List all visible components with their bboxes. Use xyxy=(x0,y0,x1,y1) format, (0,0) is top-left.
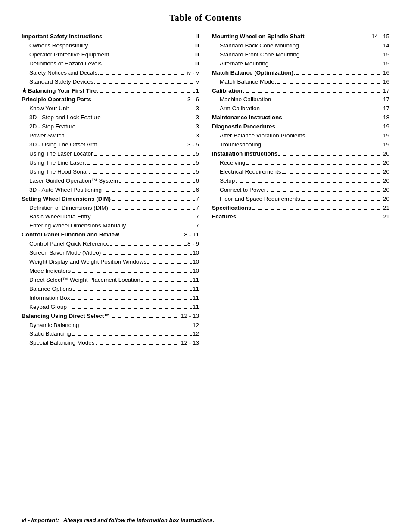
toc-entry-page: 17 xyxy=(383,104,389,113)
toc-entry-title: Definition of Dimensions (DIM) xyxy=(22,204,108,213)
toc-entry-page: 6 xyxy=(196,177,199,186)
toc-entry: Arm Calibration 17 xyxy=(212,104,389,113)
toc-entry-title: 3D - Stop and Lock Feature xyxy=(22,113,101,122)
toc-entry: Using The Hood Sonar 5 xyxy=(22,168,199,177)
toc-dots xyxy=(70,110,195,110)
toc-entry-title: Using The Laser Locator xyxy=(22,149,93,159)
toc-right-column: Mounting Wheel on Spindle Shaft 14 - 15S… xyxy=(212,32,389,221)
toc-entry: 2D - Stop Feature 3 xyxy=(22,122,199,131)
toc-dots xyxy=(73,290,192,291)
toc-entry: Laser Guided Operation™ System 6 xyxy=(22,177,199,186)
toc-entry-title: Setting Wheel Dimensions (DIM) xyxy=(22,195,111,204)
toc-entry-title: Balancing Your First Tire xyxy=(22,87,97,96)
toc-entry-title: Alternate Mounting xyxy=(212,59,268,68)
toc-entry-page: 16 xyxy=(383,68,389,78)
toc-entry: Balancing Using Direct Select™ 12 - 13 xyxy=(22,312,199,321)
toc-entry-page: 1 xyxy=(196,87,199,96)
toc-dots xyxy=(300,56,382,56)
toc-entry-page: 18 xyxy=(383,113,389,122)
toc-entry-title: Static Balancing xyxy=(22,330,71,339)
toc-entry-page: iii xyxy=(195,50,199,59)
toc-entry-page: 6 xyxy=(196,186,199,195)
toc-entry: Machine Calibration 17 xyxy=(212,95,389,104)
toc-entry-page: 20 xyxy=(383,177,389,186)
toc-entry-title: Electrical Requirements xyxy=(212,168,281,177)
footer: vi • Important: Always read and follow t… xyxy=(0,513,411,523)
toc-dots xyxy=(252,209,382,210)
toc-entry-page: 3 xyxy=(196,113,199,122)
toc-entry: Setting Wheel Dimensions (DIM) 7 xyxy=(22,195,199,204)
toc-dots xyxy=(236,182,382,183)
toc-entry: Control Panel Quick Reference 8 - 9 xyxy=(22,240,199,249)
toc-entry-page: 7 xyxy=(196,204,199,213)
toc-entry-page: 16 xyxy=(383,78,389,87)
toc-entry: Control Panel Function and Review 8 - 11 xyxy=(22,230,199,240)
toc-entry: Entering Wheel Dimensions Manually 7 xyxy=(22,221,199,230)
toc-dots xyxy=(262,146,382,146)
toc-entry-page: 7 xyxy=(196,221,199,230)
toc-entry-page: 8 - 9 xyxy=(187,240,199,249)
toc-entry-page: 20 xyxy=(383,149,389,159)
toc-entry-title: Match Balance Mode xyxy=(212,78,274,87)
toc-dots xyxy=(237,218,382,218)
toc-entry: Connect to Power 20 xyxy=(212,186,389,195)
toc-entry: Principle Operating Parts 3 - 6 xyxy=(22,95,199,104)
toc-dots xyxy=(305,38,370,38)
toc-entry: Troubleshooting 19 xyxy=(212,140,389,149)
toc-entry: Mode Indicators 10 xyxy=(22,267,199,276)
toc-entry: Basic Wheel Data Entry 7 xyxy=(22,212,199,221)
toc-entry: Diagnostic Procedures 19 xyxy=(212,122,389,131)
toc-dots xyxy=(94,155,195,156)
toc-entry-page: 3 - 5 xyxy=(187,140,199,149)
toc-dots xyxy=(276,128,382,128)
toc-entry-title: Information Box xyxy=(22,294,70,303)
toc-dots xyxy=(301,200,382,201)
toc-entry-page: 3 xyxy=(196,104,199,113)
toc-entry: Definition of Dimensions (DIM) 7 xyxy=(22,204,199,213)
toc-dots xyxy=(120,236,184,236)
toc-entry: Special Balancing Modes 12 - 13 xyxy=(22,339,199,348)
toc-entry-page: 17 xyxy=(383,95,389,104)
toc-dots xyxy=(300,47,382,47)
toc-entry: Power Switch 3 xyxy=(22,131,199,140)
toc-entry-page: 10 xyxy=(193,258,199,267)
toc-dots xyxy=(102,254,192,255)
toc-entry-title: Features xyxy=(212,212,236,221)
toc-dots xyxy=(119,182,195,183)
toc-entry: 3D - Auto Wheel Positioning 6 xyxy=(22,186,199,195)
toc-entry-title: Installation Instructions xyxy=(212,149,277,159)
toc-entry: Specifications 21 xyxy=(212,204,389,213)
toc-entry-title: Basic Wheel Data Entry xyxy=(22,212,91,221)
toc-dots xyxy=(76,128,195,128)
toc-entry: 3D - Stop and Lock Feature 3 xyxy=(22,113,199,122)
toc-entry-title: Entering Wheel Dimensions Manually xyxy=(22,221,126,230)
toc-entry-title: Keypad Group xyxy=(22,303,67,312)
toc-entry-title: 3D - Using The Offset Arm xyxy=(22,140,97,149)
toc-entry: Static Balancing 12 xyxy=(22,330,199,339)
toc-dots xyxy=(103,191,195,192)
toc-entry-title: Setup xyxy=(212,177,235,186)
toc-entry-page: 15 xyxy=(383,50,389,59)
toc-entry: Receiving 20 xyxy=(212,159,389,168)
toc-dots xyxy=(102,119,195,119)
toc-dots xyxy=(283,119,382,119)
toc-dots xyxy=(80,327,192,327)
toc-entry-title: Special Balancing Modes xyxy=(22,339,95,348)
toc-entry-title: Operator Protective Equipment xyxy=(22,50,109,59)
toc-entry-title: Specifications xyxy=(212,204,252,213)
toc-entry-title: Match Balance (Optimization) xyxy=(212,68,293,78)
toc-entry: Standard Front Cone Mounting 15 xyxy=(212,50,389,59)
toc-entry: Features 21 xyxy=(212,212,389,221)
toc-entry: Safety Notices and Decals iv - v xyxy=(22,68,199,78)
toc-entry: Weight Display and Weight Position Windo… xyxy=(22,258,199,267)
toc-entry-page: 20 xyxy=(383,168,389,177)
toc-dots xyxy=(98,74,186,75)
toc-entry-title: Floor and Space Requirements xyxy=(212,195,300,204)
toc-entry: Maintenance Instructions 18 xyxy=(212,113,389,122)
toc-entry-page: 15 xyxy=(383,59,389,68)
toc-dots xyxy=(246,164,382,165)
toc-dots xyxy=(112,200,195,201)
toc-entry: Standard Safety Devices v xyxy=(22,78,199,87)
toc-entry-title: Control Panel Quick Reference xyxy=(22,240,109,249)
toc-entry-title: Direct Select™ Weight Placement Location xyxy=(22,276,140,285)
